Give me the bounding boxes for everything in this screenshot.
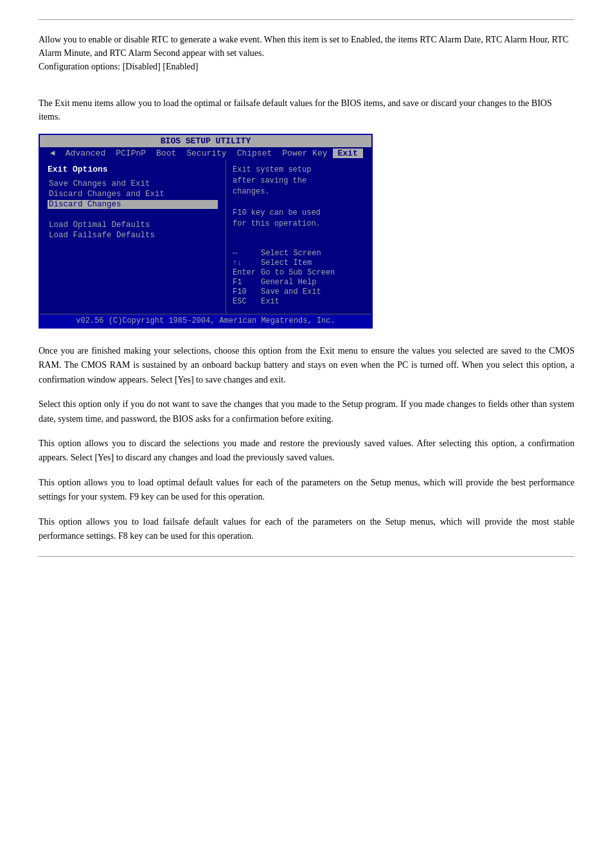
bios-menu-chipset[interactable]: Chipset [232, 149, 278, 158]
bios-key-esc: ESC Exit [233, 297, 365, 306]
body-save-changes: Once you are finished making your select… [39, 344, 574, 387]
bios-key-screen: ↔ Select Screen [233, 249, 365, 258]
rtc-text: Allow you to enable or disable RTC to ge… [39, 33, 574, 60]
bios-menu-advanced[interactable]: Advanced [60, 149, 111, 158]
bios-footer: v02.56 (C)Copyright 1985-2004, American … [40, 314, 371, 327]
bios-option-load-failsafe[interactable]: Load Failsafe Defaults [48, 231, 218, 240]
bios-setup-utility: BIOS SETUP UTILITY ◄ Advanced PCIPnP Boo… [39, 134, 373, 329]
bottom-divider [39, 556, 574, 557]
bios-title: BIOS SETUP UTILITY [40, 135, 371, 147]
bios-option-discard[interactable]: Discard Changes [48, 200, 218, 209]
bios-menu-powerkey[interactable]: Power Key [277, 149, 332, 158]
body-discard-exit: Select this option only if you do not wa… [39, 397, 574, 426]
bios-menu-exit[interactable]: Exit [333, 149, 363, 158]
bios-section-title: Exit Options [48, 165, 218, 174]
bios-right-panel: Exit system setup after saving the chang… [226, 159, 371, 314]
bios-option-load-optimal[interactable]: Load Optimal Defaults [48, 221, 218, 230]
bios-menubar[interactable]: ◄ Advanced PCIPnP Boot Security Chipset … [40, 147, 371, 159]
bios-content: Exit Options Save Changes and Exit Disca… [40, 159, 371, 314]
bios-key-f1: F1 General Help [233, 278, 365, 287]
bios-menu-pcipnp[interactable]: PCIPnP [111, 149, 151, 158]
bios-option-save-exit[interactable]: Save Changes and Exit [48, 179, 218, 188]
bios-key-item: ↑↓ Select Item [233, 258, 365, 267]
bios-left-panel: Exit Options Save Changes and Exit Disca… [40, 159, 226, 314]
page-container: Allow you to enable or disable RTC to ge… [0, 0, 613, 868]
body-load-optimal: This option allows you to load optimal d… [39, 476, 574, 505]
bios-key-enter: Enter Go to Sub Screen [233, 268, 365, 277]
body-load-failsafe: This option allows you to load failsafe … [39, 515, 574, 544]
bios-menu-arrow: ◄ [45, 149, 60, 158]
bios-option-discard-exit[interactable]: Discard Changes and Exit [48, 190, 218, 199]
body-discard-changes: This option allows you to discard the se… [39, 437, 574, 466]
bios-key-legend: ↔ Select Screen ↑↓ Select Item Enter Go … [233, 249, 365, 306]
rtc-description: Allow you to enable or disable RTC to ge… [39, 33, 574, 73]
exit-intro-text: The Exit menu items allow you to load th… [39, 96, 574, 123]
top-divider [39, 19, 574, 20]
rtc-config: Configuration options: [Disabled] [Enabl… [39, 60, 574, 73]
exit-intro: The Exit menu items allow you to load th… [39, 96, 574, 123]
bios-menu-security[interactable]: Security [181, 149, 231, 158]
bios-help-text: Exit system setup after saving the chang… [233, 165, 365, 230]
bios-option-spacer [48, 210, 218, 219]
bios-key-f10: F10 Save and Exit [233, 287, 365, 296]
bios-menu-boot[interactable]: Boot [151, 149, 181, 158]
